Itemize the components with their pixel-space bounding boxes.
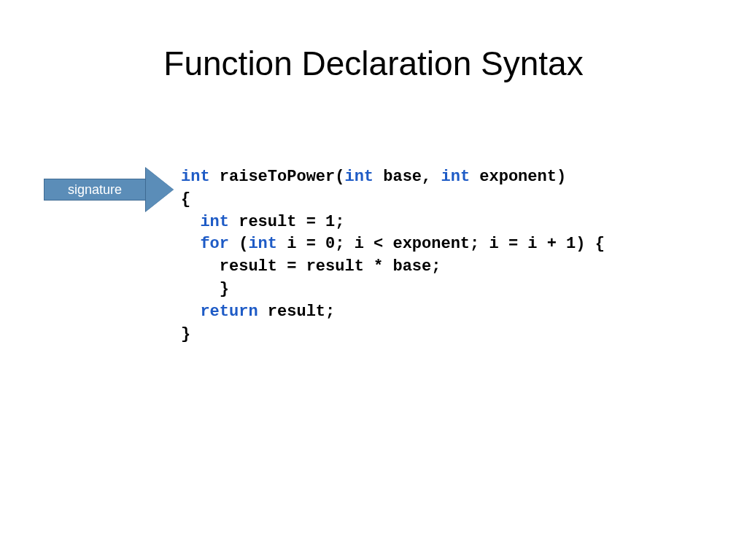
code-pad [181,235,200,253]
code-text: result = 1; [229,213,344,231]
code-text: raiseToPower( [210,168,345,186]
code-keyword: int [248,235,277,253]
signature-arrow-callout: signature [44,168,175,211]
code-text: exponent) [470,168,566,186]
code-text: base, [374,168,441,186]
content-area: signature int raiseToPower(int base, int… [44,166,605,346]
code-text: result = result * base; [181,257,441,276]
slide-title: Function Declaration Syntax [0,0,747,83]
code-keyword: return [200,303,258,321]
code-text: result; [258,303,336,321]
code-block: int raiseToPower(int base, int exponent)… [181,166,605,346]
code-keyword: int [181,168,210,186]
arrow-right-icon [146,168,174,211]
code-text: i = 0; i < exponent; i = i + 1) { [277,235,605,253]
code-keyword: int [344,168,374,186]
code-keyword: for [200,235,229,253]
code-text: ( [229,235,248,253]
callout-label-box: signature [44,179,146,201]
code-keyword: int [200,213,229,231]
code-pad [181,213,200,231]
code-pad [181,303,200,321]
code-text: { [181,190,190,209]
code-keyword: int [441,168,470,186]
code-text: } [181,280,229,298]
code-text: } [181,325,190,343]
callout-label: signature [68,182,122,198]
